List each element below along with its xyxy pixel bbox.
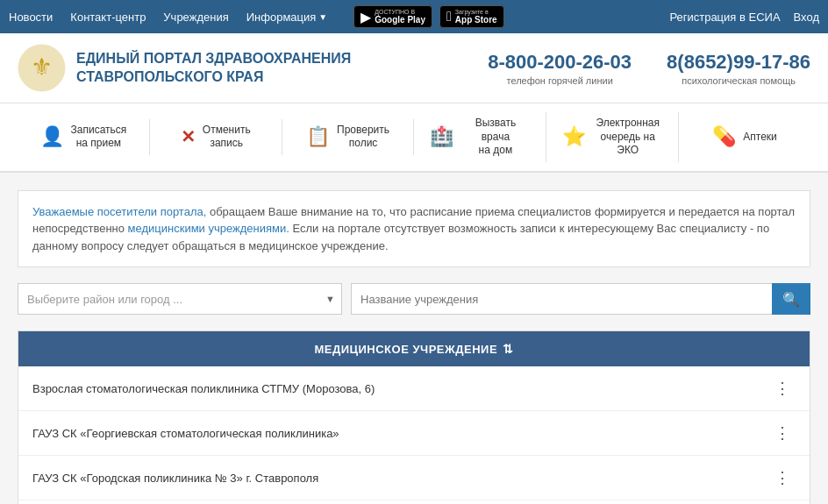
quick-action-policy[interactable]: 📋 Проверить полис	[282, 119, 415, 155]
nav-news[interactable]: Новости	[9, 11, 53, 24]
svg-text:⚜: ⚜	[31, 53, 53, 81]
nav-info-dropdown[interactable]: Информация ▼	[246, 11, 328, 24]
store-badges: ▶ ДОСТУПНО В Google Play  Загрузите в A…	[353, 5, 503, 28]
quick-action-signup[interactable]: 👤 Записаться на прием	[18, 119, 150, 155]
google-play-icon: ▶	[360, 9, 371, 25]
coat-of-arms-icon: ⚜	[18, 44, 66, 92]
quick-action-eco-queue[interactable]: ⭐ Электронная очередь на ЭКО	[546, 112, 679, 162]
sort-icon[interactable]: ⇅	[503, 342, 514, 356]
app-store-badge[interactable]:  Загрузите в App Store	[439, 5, 504, 28]
row-menu-icon[interactable]: ⋮	[769, 422, 796, 444]
table-row[interactable]: ГАУЗ СК «Городская поликлиника № 3» г. С…	[18, 456, 810, 500]
institution-search-input[interactable]	[351, 283, 772, 315]
row-text: Взрослая стоматологическая поликлиника С…	[32, 382, 769, 395]
row-text: ГАУЗ СК «Георгиевская стоматологическая …	[32, 427, 769, 440]
institutions-table: МЕДИЦИНСКОЕ УЧРЕЖДЕНИЕ ⇅ Взрослая стомат…	[18, 330, 810, 504]
table-header-label: МЕДИЦИНСКОЕ УЧРЕЖДЕНИЕ	[314, 343, 497, 356]
google-play-badge[interactable]: ▶ ДОСТУПНО В Google Play	[353, 5, 432, 28]
nav-institutions[interactable]: Учреждения	[163, 11, 228, 24]
psych-phone: 8(8652)99-17-86	[667, 51, 810, 74]
district-select-wrapper: Выберите район или город ... ▼	[18, 283, 342, 315]
quick-actions-bar: 👤 Записаться на прием ✕ Отменить запись …	[0, 103, 828, 173]
pharmacy-icon: 💊	[712, 125, 736, 148]
table-row[interactable]: ГАУЗ СК «Георгиевская стоматологическая …	[18, 411, 810, 456]
row-menu-icon[interactable]: ⋮	[769, 466, 796, 489]
quick-action-cancel[interactable]: ✕ Отменить запись	[150, 119, 282, 155]
quick-action-pharmacy[interactable]: 💊 Аптеки	[679, 121, 810, 153]
policy-icon: 📋	[306, 125, 330, 148]
top-nav: Новости Контакт-центр Учреждения Информа…	[0, 0, 828, 33]
row-text: ГАУЗ СК «Городская поликлиника № 3» г. С…	[32, 472, 769, 485]
header-contacts: 8-800-200-26-03 телефон горячей линии 8(…	[488, 51, 810, 86]
notice-highlight: Уважаемые посетители портала,	[32, 205, 206, 218]
nav-register[interactable]: Регистрация в ЕСИА	[669, 11, 780, 24]
search-icon: 🔍	[782, 291, 800, 308]
row-menu-icon[interactable]: ⋮	[769, 377, 796, 400]
main-content: Уважаемые посетители портала, обращаем В…	[0, 173, 828, 504]
top-nav-left: Новости Контакт-центр Учреждения Информа…	[9, 5, 669, 28]
institution-search-wrapper: 🔍	[351, 283, 810, 315]
hotline-phone: 8-800-200-26-03	[488, 51, 632, 74]
doctor-home-icon: 🏥	[430, 125, 453, 148]
district-select[interactable]: Выберите район или город ...	[18, 283, 342, 315]
apple-icon: 	[446, 9, 452, 25]
notice-highlight2: медицинскими учреждениями.	[128, 222, 289, 235]
eco-queue-icon: ⭐	[562, 125, 586, 148]
header-logo: ⚜ ЕДИНЫЙ ПОРТАЛ ЗДРАВООХРАНЕНИЯ СТАВРОПО…	[18, 44, 488, 92]
search-row: Выберите район или город ... ▼ 🔍	[18, 283, 810, 315]
header-title: ЕДИНЫЙ ПОРТАЛ ЗДРАВООХРАНЕНИЯ СТАВРОПОЛЬ…	[76, 50, 351, 87]
table-row[interactable]: ГАУЗ СК «Городская стоматологическая пол…	[18, 500, 810, 504]
cancel-icon: ✕	[181, 126, 196, 147]
notice-box: Уважаемые посетители портала, обращаем В…	[18, 190, 810, 268]
hotline-label: телефон горячей линии	[488, 75, 632, 86]
hotline-contact: 8-800-200-26-03 телефон горячей линии	[488, 51, 632, 86]
chevron-down-icon: ▼	[318, 12, 327, 22]
table-row[interactable]: Взрослая стоматологическая поликлиника С…	[18, 366, 810, 411]
psych-contact: 8(8652)99-17-86 психологическая помощь	[667, 51, 810, 86]
site-header: ⚜ ЕДИНЫЙ ПОРТАЛ ЗДРАВООХРАНЕНИЯ СТАВРОПО…	[0, 33, 828, 103]
table-header: МЕДИЦИНСКОЕ УЧРЕЖДЕНИЕ ⇅	[18, 331, 810, 366]
nav-contact[interactable]: Контакт-центр	[70, 11, 146, 24]
search-button[interactable]: 🔍	[772, 283, 810, 315]
nav-login[interactable]: Вход	[794, 11, 819, 24]
psych-label: психологическая помощь	[667, 75, 810, 86]
top-nav-right: Регистрация в ЕСИА Вход	[669, 11, 819, 24]
signup-icon: 👤	[40, 125, 64, 148]
quick-action-doctor-home[interactable]: 🏥 Вызвать врача на дом	[414, 112, 546, 162]
